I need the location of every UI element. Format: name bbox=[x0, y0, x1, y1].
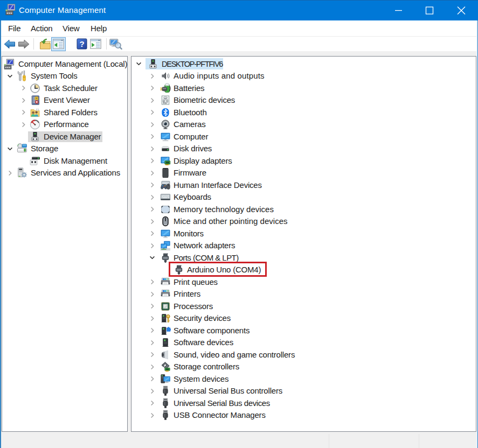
svg-text:?: ? bbox=[79, 39, 84, 48]
